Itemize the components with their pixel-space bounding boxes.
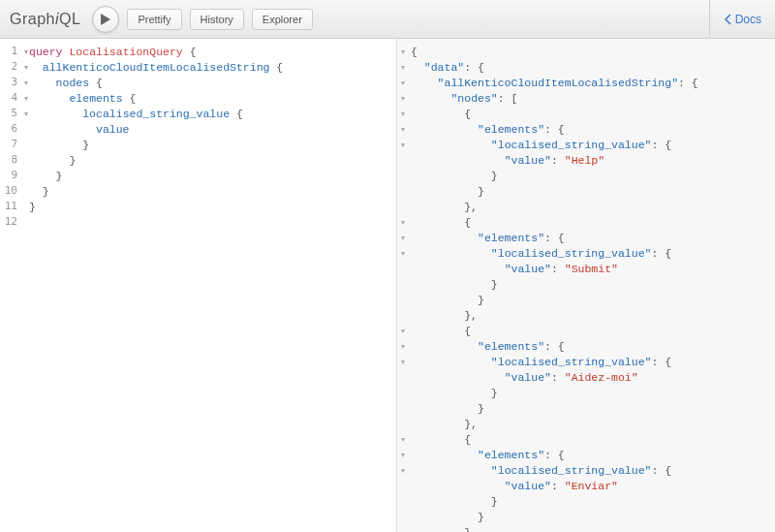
docs-label: Docs (735, 13, 761, 26)
logo-text-b: QL (59, 11, 80, 27)
query-editor[interactable]: 123456789101112 ▾▾▾▾▾ query Localisation… (0, 39, 397, 532)
execute-button[interactable] (92, 6, 119, 33)
app-logo: GraphiQL (10, 11, 80, 28)
toolbar: GraphiQL Prettify History Explorer Docs (0, 0, 775, 39)
result-code: { "data": { "allKenticoCloudItemLocalise… (397, 39, 775, 532)
main-panels: 123456789101112 ▾▾▾▾▾ query Localisation… (0, 39, 775, 532)
prettify-button[interactable]: Prettify (127, 9, 181, 30)
docs-button[interactable]: Docs (709, 0, 765, 38)
logo-text-a: Graph (10, 11, 55, 27)
history-button[interactable]: History (190, 9, 244, 30)
query-code[interactable]: query LocalisationQuery { allKenticoClou… (0, 39, 396, 221)
chevron-left-icon (724, 14, 731, 25)
play-icon (101, 14, 110, 25)
explorer-button[interactable]: Explorer (252, 9, 313, 30)
result-viewer[interactable]: ▾▾▾▾▾▾▾▾▾▾▾▾▾▾▾▾ { "data": { "allKentico… (397, 39, 775, 532)
